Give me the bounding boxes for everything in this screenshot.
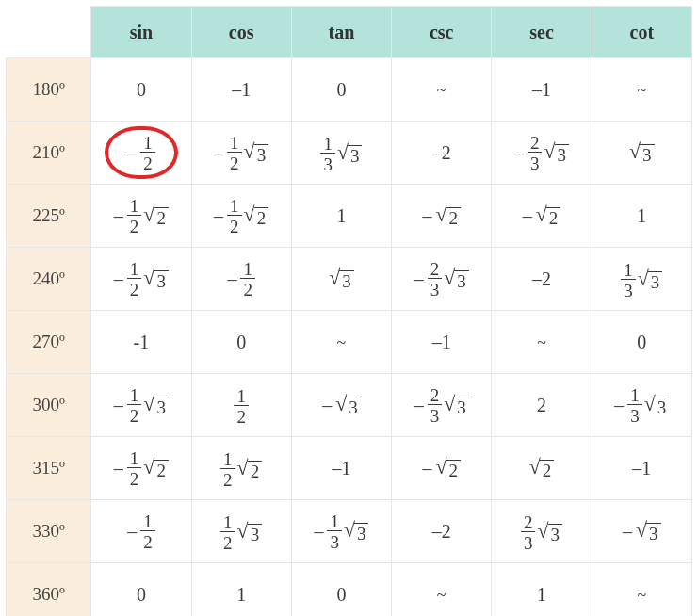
- value-cell-sec: –23√3: [492, 122, 592, 185]
- trig-value-table: sin cos tan csc sec cot 180º0–10~–1~210º…: [0, 0, 698, 616]
- value-cell-sec: –2: [492, 248, 592, 311]
- value-cell-sec: 2: [492, 374, 592, 437]
- value-cell-tan: 13√3: [291, 122, 391, 185]
- value-cell-cot: ~: [592, 563, 691, 617]
- angle-cell: 180º: [7, 58, 91, 122]
- value-cell-cos: –1: [191, 58, 291, 122]
- value-cell-sin: 0: [91, 58, 191, 122]
- value-cell-tan: 1: [291, 185, 391, 248]
- value-cell-tan: – √3: [291, 374, 391, 437]
- value-cell-sin: -1: [91, 311, 191, 374]
- angle-cell: 300º: [7, 374, 91, 437]
- table-row: 360º010~1~: [7, 563, 692, 617]
- value-cell-tan: 0: [291, 563, 391, 617]
- value-cell-sec: √2: [492, 437, 592, 500]
- table-row: 180º0–10~–1~: [7, 58, 692, 122]
- angle-cell: 270º: [7, 311, 91, 374]
- table-body: 180º0–10~–1~210º–12–12√313√3–2–23√3√3225…: [7, 58, 692, 617]
- value-cell-sec: 23√3: [492, 500, 592, 563]
- value-cell-sec: 1: [492, 563, 592, 617]
- angle-cell: 315º: [7, 437, 91, 500]
- table-row: 315º–12√212√2–1–√2√2–1: [7, 437, 692, 500]
- table-row: 240º–12√3–12√3–23√3–213√3: [7, 248, 692, 311]
- table-row: 300º–12√312– √3–23√32–13√3: [7, 374, 692, 437]
- table-row: 225º–12√2–12√21–√2–√21: [7, 185, 692, 248]
- value-cell-sin: –12√3: [91, 374, 191, 437]
- value-cell-cot: 13√3: [592, 248, 691, 311]
- value-cell-sin: –12: [91, 122, 191, 185]
- value-cell-cos: 12: [191, 374, 291, 437]
- value-cell-cot: ~: [592, 58, 691, 122]
- header-row: sin cos tan csc sec cot: [7, 7, 692, 58]
- value-cell-tan: 0: [291, 58, 391, 122]
- header-csc: csc: [392, 7, 492, 58]
- value-cell-csc: –1: [392, 311, 492, 374]
- value-cell-cot: √3: [592, 122, 691, 185]
- value-cell-tan: ~: [291, 311, 391, 374]
- angle-cell: 225º: [7, 185, 91, 248]
- value-cell-sin: 0: [91, 563, 191, 617]
- value-cell-sec: ~: [492, 311, 592, 374]
- angle-cell: 240º: [7, 248, 91, 311]
- value-cell-cot: 1: [592, 185, 691, 248]
- value-cell-csc: –√2: [392, 437, 492, 500]
- header-sin: sin: [91, 7, 191, 58]
- table-row: 330º–1212√3–13√3–223√3–√3: [7, 500, 692, 563]
- value-cell-cos: –12: [191, 248, 291, 311]
- value-cell-csc: –2: [392, 500, 492, 563]
- value-cell-csc: –23√3: [392, 248, 492, 311]
- value-cell-cos: 12√2: [191, 437, 291, 500]
- value-cell-tan: –1: [291, 437, 391, 500]
- value-cell-sin: –12√2: [91, 185, 191, 248]
- value-cell-csc: ~: [392, 58, 492, 122]
- angle-cell: 330º: [7, 500, 91, 563]
- header-sec: sec: [492, 7, 592, 58]
- value-cell-cos: 12√3: [191, 500, 291, 563]
- header-corner: [7, 7, 91, 58]
- value-cell-cos: –12√2: [191, 185, 291, 248]
- trig-table: sin cos tan csc sec cot 180º0–10~–1~210º…: [6, 6, 692, 616]
- value-cell-sec: –√2: [492, 185, 592, 248]
- value-cell-tan: √3: [291, 248, 391, 311]
- value-cell-csc: –2: [392, 122, 492, 185]
- value-cell-cot: –√3: [592, 500, 691, 563]
- value-cell-cos: 0: [191, 311, 291, 374]
- value-cell-sin: –12: [91, 500, 191, 563]
- value-cell-csc: ~: [392, 563, 492, 617]
- header-cos: cos: [191, 7, 291, 58]
- table-row: 270º-10~–1~0: [7, 311, 692, 374]
- header-tan: tan: [291, 7, 391, 58]
- value-cell-sec: –1: [492, 58, 592, 122]
- value-cell-csc: –√2: [392, 185, 492, 248]
- value-cell-cos: 1: [191, 563, 291, 617]
- value-cell-csc: –23√3: [392, 374, 492, 437]
- value-cell-sin: –12√2: [91, 437, 191, 500]
- angle-cell: 360º: [7, 563, 91, 617]
- table-row: 210º–12–12√313√3–2–23√3√3: [7, 122, 692, 185]
- header-cot: cot: [592, 7, 691, 58]
- value-cell-cos: –12√3: [191, 122, 291, 185]
- value-cell-tan: –13√3: [291, 500, 391, 563]
- value-cell-cot: –13√3: [592, 374, 691, 437]
- angle-cell: 210º: [7, 122, 91, 185]
- value-cell-cot: –1: [592, 437, 691, 500]
- value-cell-sin: –12√3: [91, 248, 191, 311]
- value-cell-cot: 0: [592, 311, 691, 374]
